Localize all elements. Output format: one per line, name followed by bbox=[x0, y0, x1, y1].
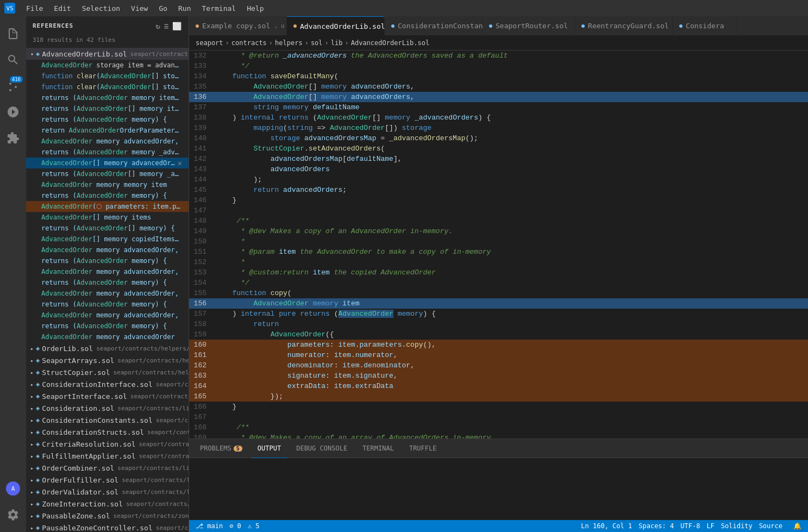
close-panel-icon[interactable]: ⬜ bbox=[172, 22, 182, 30]
file-group-orderlib[interactable]: ▸ ◈ OrderLib.sol seaport/contracts/helpe… bbox=[26, 342, 189, 354]
file-group-header-considerationstructs[interactable]: ▸ ◈ ConsiderationStructs.sol seaport/con… bbox=[26, 426, 189, 438]
panel-tab-debug[interactable]: DEBUG CONSOLE bbox=[290, 439, 354, 458]
status-errors[interactable]: ⊘ 0 bbox=[229, 522, 241, 530]
file-group-zoneinteraction[interactable]: ▸ ◈ ZoneInteraction.sol seaport/contract… bbox=[26, 498, 189, 510]
ref-item[interactable]: returns (AdvancedOrder memory item) { bbox=[26, 92, 189, 103]
panel-tab-output[interactable]: OUTPUT bbox=[251, 439, 287, 458]
status-eol[interactable]: LF bbox=[706, 522, 714, 530]
file-group-structcopier[interactable]: ▸ ◈ StructCopier.sol seaport/contracts/h… bbox=[26, 366, 189, 378]
collapse-all-icon[interactable]: ≡ bbox=[164, 22, 169, 30]
file-group-header-considerationinterface[interactable]: ▸ ◈ ConsiderationInterface.sol seaport/c… bbox=[26, 378, 189, 390]
ref-item[interactable]: AdvancedOrder memory advancedOrder, bbox=[26, 245, 189, 255]
extensions-icon[interactable] bbox=[0, 125, 26, 151]
status-notification-icon[interactable]: 🔔 bbox=[793, 522, 801, 530]
ref-item[interactable]: returns (AdvancedOrder[] memory items) { bbox=[26, 103, 189, 114]
status-encoding[interactable]: UTF-8 bbox=[680, 522, 700, 530]
file-group-orderfulfiller[interactable]: ▸ ◈ OrderFulfiller.sol seaport/contracts… bbox=[26, 474, 189, 486]
settings-icon[interactable] bbox=[0, 502, 26, 528]
ref-item[interactable]: AdvancedOrder memory advancedOrder, bbox=[26, 288, 189, 299]
code-editor[interactable]: 132 * @return _advancedOrders the Advanc… bbox=[189, 51, 808, 439]
breadcrumb-seaport[interactable]: seaport bbox=[196, 39, 223, 47]
file-group-header-seaportinterface[interactable]: ▸ ◈ SeaportInterface.sol seaport/contrac… bbox=[26, 390, 189, 402]
run-debug-icon[interactable] bbox=[0, 99, 26, 125]
ref-item[interactable]: returns (AdvancedOrder[] memory) { bbox=[26, 223, 189, 234]
file-group-header-fulfillmentapplier[interactable]: ▸ ◈ FulfillmentApplier.sol seaport/contr… bbox=[26, 450, 189, 462]
file-group-header-orderlib[interactable]: ▸ ◈ OrderLib.sol seaport/contracts/helpe… bbox=[26, 342, 189, 354]
ref-item[interactable]: AdvancedOrder memory advancedOrder bbox=[26, 331, 189, 342]
ref-item[interactable]: AdvancedOrder memory advancedOrder, bbox=[26, 136, 189, 147]
file-group-header-seaportarrays[interactable]: ▸ ◈ SeaportArrays.sol seaport/contracts/… bbox=[26, 354, 189, 366]
file-group-advancedorderlib[interactable]: ▾ ◈ AdvancedOrderLib.sol seaport/contrac… bbox=[26, 48, 189, 342]
ref-item[interactable]: AdvancedOrder memory advancedOrder, bbox=[26, 266, 189, 277]
refresh-icon[interactable]: ↻ bbox=[155, 22, 160, 30]
menu-edit[interactable]: Edit bbox=[49, 2, 75, 15]
menu-go[interactable]: Go bbox=[154, 2, 172, 15]
file-group-header-criteriaresolution[interactable]: ▸ ◈ CriteriaResolution.sol seaport/contr… bbox=[26, 438, 189, 450]
tab-seaportrouter[interactable]: SeaportRouter.sol bbox=[483, 16, 575, 35]
file-group-header-pausablezone[interactable]: ▸ ◈ PausableZone.sol seaport/contracts/z… bbox=[26, 510, 189, 522]
file-group-pausablezonecontroller[interactable]: ▸ ◈ PausableZoneController.sol seaport/c… bbox=[26, 522, 189, 532]
panel-tab-problems[interactable]: PROBLEMS 5 bbox=[193, 439, 249, 458]
ref-item[interactable]: AdvancedOrder memory advancedOrder, bbox=[26, 310, 189, 321]
ref-item-selected[interactable]: AdvancedOrder[] memory advancedOrders, ✕ bbox=[26, 158, 189, 168]
file-group-seaportarrays[interactable]: ▸ ◈ SeaportArrays.sol seaport/contracts/… bbox=[26, 354, 189, 366]
file-group-seaportinterface[interactable]: ▸ ◈ SeaportInterface.sol seaport/contrac… bbox=[26, 390, 189, 402]
file-group-header-advancedorderlib[interactable]: ▾ ◈ AdvancedOrderLib.sol seaport/contrac… bbox=[26, 48, 189, 60]
file-group-consideration[interactable]: ▸ ◈ Consideration.sol seaport/contracts/… bbox=[26, 402, 189, 414]
source-control-icon[interactable]: 416 bbox=[0, 73, 26, 99]
files-icon[interactable] bbox=[0, 21, 26, 47]
status-spaces[interactable]: Spaces: 4 bbox=[638, 522, 674, 530]
status-branch[interactable]: ⎇ main bbox=[196, 522, 223, 530]
status-source[interactable]: Source bbox=[759, 522, 782, 530]
file-group-criteriaresolution[interactable]: ▸ ◈ CriteriaResolution.sol seaport/contr… bbox=[26, 438, 189, 450]
breadcrumb-helpers[interactable]: helpers bbox=[275, 39, 303, 47]
search-icon[interactable] bbox=[0, 47, 26, 73]
status-position[interactable]: Ln 160, Col 1 bbox=[581, 522, 632, 530]
file-group-header-ordercombiner[interactable]: ▸ ◈ OrderCombiner.sol seaport/contracts/… bbox=[26, 462, 189, 474]
ref-item[interactable]: returns (AdvancedOrder[] memory _advance… bbox=[26, 168, 189, 179]
file-group-ordercombiner[interactable]: ▸ ◈ OrderCombiner.sol seaport/contracts/… bbox=[26, 462, 189, 474]
menu-view[interactable]: View bbox=[127, 2, 152, 15]
ref-item[interactable]: return AdvancedOrderOrderParametersLib.e… bbox=[26, 125, 189, 136]
file-group-header-orderfulfiller[interactable]: ▸ ◈ OrderFulfiller.sol seaport/contracts… bbox=[26, 474, 189, 486]
file-group-pausablezone[interactable]: ▸ ◈ PausableZone.sol seaport/contracts/z… bbox=[26, 510, 189, 522]
file-group-header-consideration[interactable]: ▸ ◈ Consideration.sol seaport/contracts/… bbox=[26, 402, 189, 414]
ref-item[interactable]: returns (AdvancedOrder memory) { bbox=[26, 299, 189, 310]
file-group-considerationstructs[interactable]: ▸ ◈ ConsiderationStructs.sol seaport/con… bbox=[26, 426, 189, 438]
file-group-header-zoneinteraction[interactable]: ▸ ◈ ZoneInteraction.sol seaport/contract… bbox=[26, 498, 189, 510]
menu-selection[interactable]: Selection bbox=[78, 2, 124, 15]
accounts-icon[interactable]: A bbox=[0, 475, 26, 502]
ref-item-highlighted[interactable]: AdvancedOrder(⬡ parameters: item.paramet… bbox=[26, 201, 189, 212]
tab-advancedorderlib[interactable]: AdvancedOrderLib.sol × bbox=[287, 16, 385, 35]
ref-item[interactable]: AdvancedOrder storage item = advancedOrd… bbox=[26, 60, 189, 71]
ref-item[interactable]: returns (AdvancedOrder memory) { bbox=[26, 190, 189, 201]
tab-considera[interactable]: Considera bbox=[673, 16, 738, 35]
file-group-considerationconstants[interactable]: ▸ ◈ ConsiderationConstants.sol seaport/c… bbox=[26, 414, 189, 426]
file-group-header-ordervalidator[interactable]: ▸ ◈ OrderValidator.sol seaport/contracts… bbox=[26, 486, 189, 498]
ref-item[interactable]: function clear(AdvancedOrder[] storage i… bbox=[26, 82, 189, 92]
ref-item[interactable]: returns (AdvancedOrder memory) { bbox=[26, 255, 189, 266]
ref-item[interactable]: AdvancedOrder[] memory items bbox=[26, 212, 189, 223]
menu-file[interactable]: File bbox=[22, 2, 47, 15]
file-group-ordervalidator[interactable]: ▸ ◈ OrderValidator.sol seaport/contracts… bbox=[26, 486, 189, 498]
status-language[interactable]: Solidity bbox=[721, 522, 753, 530]
status-warnings[interactable]: ⚠ 5 bbox=[248, 522, 260, 530]
file-group-header-structcopier[interactable]: ▸ ◈ StructCopier.sol seaport/contracts/h… bbox=[26, 366, 189, 378]
menu-help[interactable]: Help bbox=[242, 2, 268, 15]
breadcrumb-lib[interactable]: lib bbox=[331, 39, 343, 47]
panel-tab-terminal[interactable]: TERMINAL bbox=[356, 439, 400, 458]
panel-tab-truffle[interactable]: TRUFFLE bbox=[403, 439, 443, 458]
ref-item[interactable]: AdvancedOrder memory memory item bbox=[26, 179, 189, 190]
file-group-considerationinterface[interactable]: ▸ ◈ ConsiderationInterface.sol seaport/c… bbox=[26, 378, 189, 390]
breadcrumb-contracts[interactable]: contracts bbox=[231, 39, 267, 47]
close-icon[interactable]: ✕ bbox=[178, 159, 182, 167]
ref-item[interactable]: function clear(AdvancedOrder[] storage i… bbox=[26, 71, 189, 82]
ref-item[interactable]: returns (AdvancedOrder memory) { bbox=[26, 114, 189, 125]
ref-item[interactable]: returns (AdvancedOrder memory) { bbox=[26, 321, 189, 331]
tab-reentrancyguard[interactable]: ReentrancyGuard.sol bbox=[575, 16, 673, 35]
file-group-header-considerationconstants[interactable]: ▸ ◈ ConsiderationConstants.sol seaport/c… bbox=[26, 414, 189, 426]
tab-example-copy[interactable]: Example copy.sol , u × bbox=[189, 16, 287, 35]
ref-item[interactable]: returns (AdvancedOrder memory _advancedO… bbox=[26, 147, 189, 158]
menu-terminal[interactable]: Terminal bbox=[198, 2, 241, 15]
file-group-fulfillmentapplier[interactable]: ▸ ◈ FulfillmentApplier.sol seaport/contr… bbox=[26, 450, 189, 462]
